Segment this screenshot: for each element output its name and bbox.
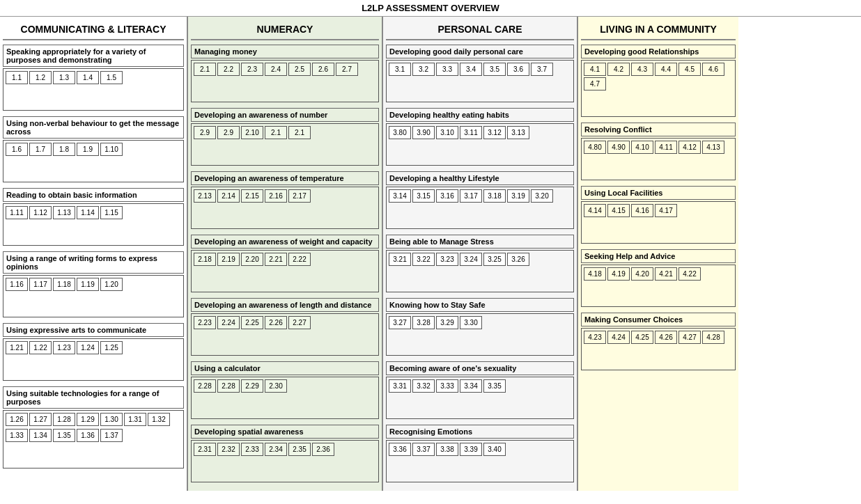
code-3.31[interactable]: 3.31 xyxy=(389,379,411,393)
code-2.34[interactable]: 2.34 xyxy=(265,443,287,456)
code-4.21[interactable]: 4.21 xyxy=(655,267,677,281)
code-4.23[interactable]: 4.23 xyxy=(584,331,606,344)
code-4.1[interactable]: 4.1 xyxy=(584,63,606,76)
code-1.18[interactable]: 1.18 xyxy=(53,278,75,291)
code-3.39[interactable]: 3.39 xyxy=(460,443,482,456)
code-1.15[interactable]: 1.15 xyxy=(100,206,123,219)
code-2.14[interactable]: 2.14 xyxy=(217,189,240,203)
code-1.2[interactable]: 1.2 xyxy=(29,71,52,84)
code-4.26[interactable]: 4.26 xyxy=(655,331,677,344)
code-3.40[interactable]: 3.40 xyxy=(483,443,506,456)
code-1.7[interactable]: 1.7 xyxy=(29,143,52,156)
code-2.16[interactable]: 2.16 xyxy=(265,189,287,203)
code-1.6[interactable]: 1.6 xyxy=(6,143,28,156)
code-2.6[interactable]: 2.6 xyxy=(312,63,334,76)
code-2.10[interactable]: 2.10 xyxy=(241,126,263,139)
code-2.7[interactable]: 2.7 xyxy=(336,63,358,76)
code-2.30[interactable]: 2.30 xyxy=(265,379,287,393)
code-1.11[interactable]: 1.11 xyxy=(6,206,28,219)
code-2.18[interactable]: 2.18 xyxy=(194,253,216,266)
code-4.22[interactable]: 4.22 xyxy=(678,267,701,281)
code-3.26[interactable]: 3.26 xyxy=(507,253,529,266)
code-3.17[interactable]: 3.17 xyxy=(460,189,482,203)
code-3.2[interactable]: 3.2 xyxy=(412,63,435,76)
code-4.6[interactable]: 4.6 xyxy=(702,63,724,76)
code-2.36[interactable]: 2.36 xyxy=(312,443,334,456)
code-1.17[interactable]: 1.17 xyxy=(29,278,52,291)
code-3.22[interactable]: 3.22 xyxy=(412,253,435,266)
code-1.34[interactable]: 1.34 xyxy=(29,429,52,442)
code-2.1b[interactable]: 2.1 xyxy=(288,126,311,139)
code-1.9[interactable]: 1.9 xyxy=(77,143,99,156)
code-1.26[interactable]: 1.26 xyxy=(6,413,28,426)
code-1.3[interactable]: 1.3 xyxy=(53,71,75,84)
code-3.80[interactable]: 3.80 xyxy=(389,126,411,139)
code-3.36[interactable]: 3.36 xyxy=(389,443,411,456)
code-3.38[interactable]: 3.38 xyxy=(436,443,458,456)
code-3.34[interactable]: 3.34 xyxy=(460,379,482,393)
code-3.21[interactable]: 3.21 xyxy=(389,253,411,266)
code-1.27[interactable]: 1.27 xyxy=(29,413,52,426)
code-1.10[interactable]: 1.10 xyxy=(100,143,123,156)
code-1.13[interactable]: 1.13 xyxy=(53,206,75,219)
code-2.2[interactable]: 2.2 xyxy=(217,63,240,76)
code-3.23[interactable]: 3.23 xyxy=(436,253,458,266)
code-1.20[interactable]: 1.20 xyxy=(100,278,123,291)
code-3.37[interactable]: 3.37 xyxy=(412,443,435,456)
code-4.20[interactable]: 4.20 xyxy=(631,267,653,281)
code-4.16[interactable]: 4.16 xyxy=(631,204,653,217)
code-1.28[interactable]: 1.28 xyxy=(53,413,75,426)
code-2.27[interactable]: 2.27 xyxy=(288,316,311,329)
code-2.26[interactable]: 2.26 xyxy=(265,316,287,329)
code-1.19[interactable]: 1.19 xyxy=(77,278,99,291)
code-1.16[interactable]: 1.16 xyxy=(6,278,28,291)
code-2.31[interactable]: 2.31 xyxy=(194,443,216,456)
code-3.18[interactable]: 3.18 xyxy=(483,189,506,203)
code-3.11[interactable]: 3.11 xyxy=(460,126,482,139)
code-3.1[interactable]: 3.1 xyxy=(389,63,411,76)
code-3.90[interactable]: 3.90 xyxy=(412,126,435,139)
code-4.14[interactable]: 4.14 xyxy=(584,204,606,217)
code-2.17[interactable]: 2.17 xyxy=(288,189,311,203)
code-2.13[interactable]: 2.13 xyxy=(194,189,216,203)
code-4.11[interactable]: 4.11 xyxy=(655,141,677,154)
code-2.1[interactable]: 2.1 xyxy=(194,63,216,76)
code-4.2[interactable]: 4.2 xyxy=(607,63,630,76)
code-1.23[interactable]: 1.23 xyxy=(53,341,75,354)
code-2.1a[interactable]: 2.1 xyxy=(265,126,287,139)
code-4.19[interactable]: 4.19 xyxy=(607,267,630,281)
code-1.32[interactable]: 1.32 xyxy=(148,413,170,426)
code-3.15[interactable]: 3.15 xyxy=(412,189,435,203)
code-4.17[interactable]: 4.17 xyxy=(655,204,677,217)
code-4.3[interactable]: 4.3 xyxy=(631,63,653,76)
code-1.5[interactable]: 1.5 xyxy=(100,71,123,84)
code-1.4[interactable]: 1.4 xyxy=(77,71,99,84)
code-4.90[interactable]: 4.90 xyxy=(607,141,630,154)
code-3.20[interactable]: 3.20 xyxy=(531,189,553,203)
code-3.24[interactable]: 3.24 xyxy=(460,253,482,266)
code-3.33[interactable]: 3.33 xyxy=(436,379,458,393)
code-3.7[interactable]: 3.7 xyxy=(531,63,553,76)
code-1.29[interactable]: 1.29 xyxy=(77,413,99,426)
code-2.35[interactable]: 2.35 xyxy=(288,443,311,456)
code-1.1[interactable]: 1.1 xyxy=(6,71,28,84)
code-4.18[interactable]: 4.18 xyxy=(584,267,606,281)
code-2.21[interactable]: 2.21 xyxy=(265,253,287,266)
code-3.16[interactable]: 3.16 xyxy=(436,189,458,203)
code-1.30[interactable]: 1.30 xyxy=(100,413,123,426)
code-2.29[interactable]: 2.29 xyxy=(241,379,263,393)
code-4.24[interactable]: 4.24 xyxy=(607,331,630,344)
code-4.12[interactable]: 4.12 xyxy=(678,141,701,154)
code-3.30[interactable]: 3.30 xyxy=(460,316,482,329)
code-3.13[interactable]: 3.13 xyxy=(507,126,529,139)
code-3.27[interactable]: 3.27 xyxy=(389,316,411,329)
code-2.19[interactable]: 2.19 xyxy=(217,253,240,266)
code-1.33[interactable]: 1.33 xyxy=(6,429,28,442)
code-3.29[interactable]: 3.29 xyxy=(436,316,458,329)
code-3.4[interactable]: 3.4 xyxy=(460,63,482,76)
code-3.35[interactable]: 3.35 xyxy=(483,379,506,393)
code-2.28b[interactable]: 2.28 xyxy=(217,379,240,393)
code-4.27[interactable]: 4.27 xyxy=(678,331,701,344)
code-1.14[interactable]: 1.14 xyxy=(77,206,99,219)
code-3.25[interactable]: 3.25 xyxy=(483,253,506,266)
